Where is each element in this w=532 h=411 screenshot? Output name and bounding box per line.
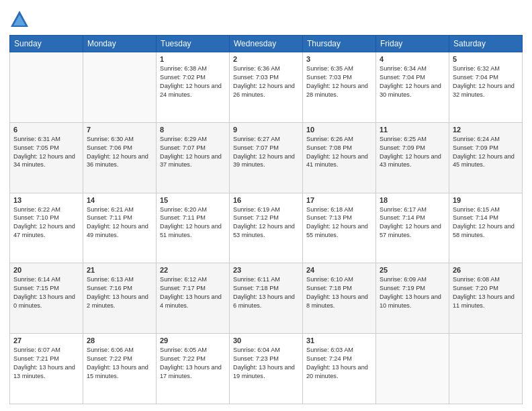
cell-content: Sunrise: 6:17 AM Sunset: 7:14 PM Dayligh… bbox=[380, 205, 445, 240]
day-header-saturday: Saturday bbox=[449, 36, 523, 52]
cell-content: Sunrise: 6:13 AM Sunset: 7:16 PM Dayligh… bbox=[87, 275, 152, 310]
day-number: 20 bbox=[13, 266, 79, 274]
cell-content: Sunrise: 6:08 AM Sunset: 7:20 PM Dayligh… bbox=[453, 275, 519, 310]
day-number: 3 bbox=[306, 55, 372, 63]
cell-content: Sunrise: 6:20 AM Sunset: 7:11 PM Dayligh… bbox=[160, 205, 226, 240]
day-number: 31 bbox=[306, 336, 372, 345]
calendar-cell: 14Sunrise: 6:21 AM Sunset: 7:11 PM Dayli… bbox=[83, 193, 157, 263]
logo bbox=[9, 9, 32, 30]
calendar-cell: 17Sunrise: 6:18 AM Sunset: 7:13 PM Dayli… bbox=[303, 193, 376, 263]
calendar-cell: 5Sunrise: 6:32 AM Sunset: 7:04 PM Daylig… bbox=[449, 52, 523, 123]
day-number: 26 bbox=[453, 266, 519, 274]
cell-content: Sunrise: 6:07 AM Sunset: 7:21 PM Dayligh… bbox=[13, 346, 79, 381]
cell-content: Sunrise: 6:05 AM Sunset: 7:22 PM Dayligh… bbox=[160, 346, 226, 381]
cell-content: Sunrise: 6:10 AM Sunset: 7:18 PM Dayligh… bbox=[306, 275, 372, 310]
cell-content: Sunrise: 6:38 AM Sunset: 7:02 PM Dayligh… bbox=[160, 64, 226, 99]
cell-content: Sunrise: 6:25 AM Sunset: 7:09 PM Dayligh… bbox=[380, 135, 445, 170]
calendar-cell: 18Sunrise: 6:17 AM Sunset: 7:14 PM Dayli… bbox=[376, 193, 449, 263]
calendar-cell: 25Sunrise: 6:09 AM Sunset: 7:19 PM Dayli… bbox=[376, 263, 449, 334]
calendar-cell: 10Sunrise: 6:26 AM Sunset: 7:08 PM Dayli… bbox=[303, 122, 376, 193]
calendar-cell: 11Sunrise: 6:25 AM Sunset: 7:09 PM Dayli… bbox=[376, 122, 449, 193]
day-number: 17 bbox=[306, 196, 372, 204]
day-number: 6 bbox=[13, 126, 79, 134]
day-number: 7 bbox=[87, 126, 152, 134]
cell-content: Sunrise: 6:35 AM Sunset: 7:03 PM Dayligh… bbox=[306, 64, 372, 99]
calendar-cell: 26Sunrise: 6:08 AM Sunset: 7:20 PM Dayli… bbox=[449, 263, 523, 334]
header bbox=[9, 7, 523, 30]
cell-content: Sunrise: 6:26 AM Sunset: 7:08 PM Dayligh… bbox=[306, 135, 372, 170]
calendar-cell: 8Sunrise: 6:29 AM Sunset: 7:07 PM Daylig… bbox=[157, 122, 230, 193]
cell-content: Sunrise: 6:04 AM Sunset: 7:23 PM Dayligh… bbox=[233, 346, 299, 381]
calendar-cell: 13Sunrise: 6:22 AM Sunset: 7:10 PM Dayli… bbox=[10, 193, 83, 263]
calendar-cell: 1Sunrise: 6:38 AM Sunset: 7:02 PM Daylig… bbox=[157, 52, 230, 123]
cell-content: Sunrise: 6:36 AM Sunset: 7:03 PM Dayligh… bbox=[233, 64, 299, 99]
cell-content: Sunrise: 6:14 AM Sunset: 7:15 PM Dayligh… bbox=[13, 275, 79, 310]
cell-content: Sunrise: 6:27 AM Sunset: 7:07 PM Dayligh… bbox=[233, 135, 299, 170]
calendar-week-row: 1Sunrise: 6:38 AM Sunset: 7:02 PM Daylig… bbox=[10, 52, 523, 123]
cell-content: Sunrise: 6:12 AM Sunset: 7:17 PM Dayligh… bbox=[160, 275, 226, 310]
day-header-monday: Monday bbox=[83, 36, 157, 52]
day-number: 5 bbox=[453, 55, 519, 63]
cell-content: Sunrise: 6:29 AM Sunset: 7:07 PM Dayligh… bbox=[160, 135, 226, 170]
calendar-cell: 27Sunrise: 6:07 AM Sunset: 7:21 PM Dayli… bbox=[10, 334, 83, 404]
calendar-cell: 24Sunrise: 6:10 AM Sunset: 7:18 PM Dayli… bbox=[303, 263, 376, 334]
day-number: 1 bbox=[160, 55, 226, 63]
cell-content: Sunrise: 6:06 AM Sunset: 7:22 PM Dayligh… bbox=[87, 346, 152, 381]
cell-content: Sunrise: 6:03 AM Sunset: 7:24 PM Dayligh… bbox=[306, 346, 372, 381]
calendar-cell bbox=[83, 52, 157, 123]
day-number: 19 bbox=[453, 196, 519, 204]
calendar-cell: 29Sunrise: 6:05 AM Sunset: 7:22 PM Dayli… bbox=[157, 334, 230, 404]
cell-content: Sunrise: 6:24 AM Sunset: 7:09 PM Dayligh… bbox=[453, 135, 519, 170]
calendar-cell bbox=[376, 334, 449, 404]
day-number: 13 bbox=[13, 196, 79, 204]
calendar-cell: 9Sunrise: 6:27 AM Sunset: 7:07 PM Daylig… bbox=[230, 122, 303, 193]
calendar-week-row: 13Sunrise: 6:22 AM Sunset: 7:10 PM Dayli… bbox=[10, 193, 523, 263]
cell-content: Sunrise: 6:19 AM Sunset: 7:12 PM Dayligh… bbox=[233, 205, 299, 240]
calendar-cell: 12Sunrise: 6:24 AM Sunset: 7:09 PM Dayli… bbox=[449, 122, 523, 193]
cell-content: Sunrise: 6:30 AM Sunset: 7:06 PM Dayligh… bbox=[87, 135, 152, 170]
cell-content: Sunrise: 6:22 AM Sunset: 7:10 PM Dayligh… bbox=[13, 205, 79, 240]
cell-content: Sunrise: 6:18 AM Sunset: 7:13 PM Dayligh… bbox=[306, 205, 372, 240]
day-number: 30 bbox=[233, 336, 299, 345]
calendar-cell: 3Sunrise: 6:35 AM Sunset: 7:03 PM Daylig… bbox=[303, 52, 376, 123]
day-header-tuesday: Tuesday bbox=[157, 36, 230, 52]
calendar-cell bbox=[10, 52, 83, 123]
calendar-cell: 4Sunrise: 6:34 AM Sunset: 7:04 PM Daylig… bbox=[376, 52, 449, 123]
day-number: 12 bbox=[453, 126, 519, 134]
page: SundayMondayTuesdayWednesdayThursdayFrid… bbox=[0, 0, 532, 411]
calendar-cell: 19Sunrise: 6:15 AM Sunset: 7:14 PM Dayli… bbox=[449, 193, 523, 263]
day-number: 11 bbox=[380, 126, 445, 134]
day-number: 22 bbox=[160, 266, 226, 274]
day-header-thursday: Thursday bbox=[303, 36, 376, 52]
day-number: 21 bbox=[87, 266, 152, 274]
calendar-cell: 30Sunrise: 6:04 AM Sunset: 7:23 PM Dayli… bbox=[230, 334, 303, 404]
calendar-cell: 20Sunrise: 6:14 AM Sunset: 7:15 PM Dayli… bbox=[10, 263, 83, 334]
day-number: 14 bbox=[87, 196, 152, 204]
day-number: 18 bbox=[380, 196, 445, 204]
day-header-wednesday: Wednesday bbox=[230, 36, 303, 52]
day-header-friday: Friday bbox=[376, 36, 449, 52]
calendar-week-row: 6Sunrise: 6:31 AM Sunset: 7:05 PM Daylig… bbox=[10, 122, 523, 193]
calendar-cell: 21Sunrise: 6:13 AM Sunset: 7:16 PM Dayli… bbox=[83, 263, 157, 334]
calendar-week-row: 20Sunrise: 6:14 AM Sunset: 7:15 PM Dayli… bbox=[10, 263, 523, 334]
calendar-week-row: 27Sunrise: 6:07 AM Sunset: 7:21 PM Dayli… bbox=[10, 334, 523, 404]
day-number: 23 bbox=[233, 266, 299, 274]
calendar-cell: 31Sunrise: 6:03 AM Sunset: 7:24 PM Dayli… bbox=[303, 334, 376, 404]
day-number: 24 bbox=[306, 266, 372, 274]
calendar-cell: 28Sunrise: 6:06 AM Sunset: 7:22 PM Dayli… bbox=[83, 334, 157, 404]
cell-content: Sunrise: 6:09 AM Sunset: 7:19 PM Dayligh… bbox=[380, 275, 445, 310]
logo-icon bbox=[9, 9, 30, 30]
day-number: 15 bbox=[160, 196, 226, 204]
day-number: 29 bbox=[160, 336, 226, 345]
cell-content: Sunrise: 6:15 AM Sunset: 7:14 PM Dayligh… bbox=[453, 205, 519, 240]
day-number: 8 bbox=[160, 126, 226, 134]
calendar-cell: 7Sunrise: 6:30 AM Sunset: 7:06 PM Daylig… bbox=[83, 122, 157, 193]
cell-content: Sunrise: 6:34 AM Sunset: 7:04 PM Dayligh… bbox=[380, 64, 445, 99]
day-number: 10 bbox=[306, 126, 372, 134]
calendar-cell: 2Sunrise: 6:36 AM Sunset: 7:03 PM Daylig… bbox=[230, 52, 303, 123]
calendar-cell: 15Sunrise: 6:20 AM Sunset: 7:11 PM Dayli… bbox=[157, 193, 230, 263]
day-number: 9 bbox=[233, 126, 299, 134]
day-number: 25 bbox=[380, 266, 445, 274]
cell-content: Sunrise: 6:32 AM Sunset: 7:04 PM Dayligh… bbox=[453, 64, 519, 99]
day-header-sunday: Sunday bbox=[10, 36, 83, 52]
